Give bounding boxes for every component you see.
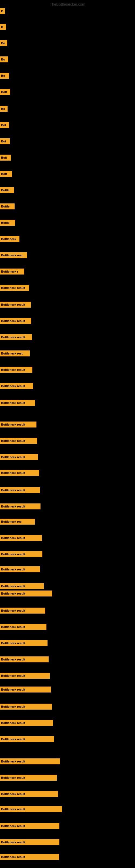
bar-label-42: Bottleneck result xyxy=(0,656,49,662)
bar-label-7: Bo xyxy=(0,106,8,112)
bar-item-20: Bottleneck result xyxy=(0,318,31,324)
bar-item-30: Bottleneck result xyxy=(0,470,39,476)
bar-label-44: Bottleneck result xyxy=(0,686,51,692)
bar-item-6: Bott xyxy=(0,89,10,95)
bar-item-18: Bottleneck result xyxy=(0,285,29,291)
bar-label-16: Bottleneck resu xyxy=(0,252,27,258)
bar-label-17: Bottleneck r xyxy=(0,269,24,275)
bar-label-53: Bottleneck result xyxy=(0,839,59,845)
bar-label-23: Bottleneck result xyxy=(0,367,32,373)
bar-label-6: Bott xyxy=(0,89,10,95)
bar-label-39: Bottleneck result xyxy=(0,608,45,614)
bar-item-13: Bottle xyxy=(0,204,14,209)
bar-label-33: Bottleneck res xyxy=(0,519,35,525)
bar-label-25: Bottleneck result xyxy=(0,400,35,406)
bar-item-53: Bottleneck result xyxy=(0,839,59,845)
bar-item-46: Bottleneck result xyxy=(0,720,53,726)
bar-label-31: Bottleneck result xyxy=(0,487,40,493)
bar-label-41: Bottleneck result xyxy=(0,640,48,646)
bar-item-12: Bottle xyxy=(0,187,14,193)
bar-item-24: Bottleneck result xyxy=(0,383,33,389)
bar-label-24: Bottleneck result xyxy=(0,383,33,389)
bar-item-45: Bottleneck result xyxy=(0,704,52,710)
bar-item-8: Bot xyxy=(0,122,9,128)
bar-label-52: Bottleneck result xyxy=(0,823,59,829)
bar-item-17: Bottleneck r xyxy=(0,269,24,275)
bar-item-49: Bottleneck result xyxy=(0,775,57,781)
bar-item-50: Bottleneck result xyxy=(0,791,58,797)
bar-label-29: Bottleneck result xyxy=(0,454,38,460)
bar-item-25: Bottleneck result xyxy=(0,400,35,406)
bar-item-29: Bottleneck result xyxy=(0,454,38,460)
bar-label-43: Bottleneck result xyxy=(0,673,50,679)
bar-label-54: Bottleneck result xyxy=(0,854,59,860)
bar-item-19: Bottleneck result xyxy=(0,302,31,308)
bar-label-2: B xyxy=(0,24,6,30)
bar-label-15: Bottleneck xyxy=(0,236,19,242)
bar-item-16: Bottleneck resu xyxy=(0,252,27,258)
bar-label-18: Bottleneck result xyxy=(0,285,29,291)
bar-item-47: Bottleneck result xyxy=(0,736,54,742)
bar-label-46: Bottleneck result xyxy=(0,720,53,726)
bar-label-20: Bottleneck result xyxy=(0,318,31,324)
bar-item-4: Bo xyxy=(0,56,8,62)
bar-item-7: Bo xyxy=(0,106,8,112)
bar-item-23: Bottleneck result xyxy=(0,367,32,373)
bar-label-19: Bottleneck result xyxy=(0,302,31,308)
bar-label-12: Bottle xyxy=(0,187,14,193)
bar-label-38: Bottleneck result xyxy=(0,590,52,596)
bar-label-21: Bottleneck result xyxy=(0,334,32,340)
bar-item-52: Bottleneck result xyxy=(0,823,59,829)
bar-item-10: Bott xyxy=(0,155,11,161)
bar-label-27: Bottleneck result xyxy=(0,422,37,428)
bar-label-47: Bottleneck result xyxy=(0,736,54,742)
bar-label-1: B xyxy=(0,8,5,14)
bar-label-48: Bottleneck result xyxy=(0,758,60,764)
bar-label-40: Bottleneck result xyxy=(0,624,46,630)
bar-item-37: Bottleneck result xyxy=(0,583,44,589)
bar-item-32: Bottleneck result xyxy=(0,503,41,509)
bar-item-43: Bottleneck result xyxy=(0,673,50,679)
bar-label-3: Bo xyxy=(0,40,7,46)
bar-label-14: Bottle xyxy=(0,220,15,226)
bar-item-42: Bottleneck result xyxy=(0,656,49,662)
bar-item-48: Bottleneck result xyxy=(0,758,60,764)
bar-item-36: Bottleneck result xyxy=(0,566,40,572)
bar-item-3: Bo xyxy=(0,40,7,46)
bar-item-41: Bottleneck result xyxy=(0,640,48,646)
bar-item-31: Bottleneck result xyxy=(0,487,40,493)
bar-item-21: Bottleneck result xyxy=(0,334,32,340)
bar-item-51: Bottleneck result xyxy=(0,806,62,812)
bar-label-49: Bottleneck result xyxy=(0,775,57,781)
bar-label-5: Bo xyxy=(0,73,9,79)
bar-item-5: Bo xyxy=(0,73,9,79)
bar-item-22: Bottleneck resu xyxy=(0,350,30,356)
bar-label-37: Bottleneck result xyxy=(0,583,44,589)
bar-item-39: Bottleneck result xyxy=(0,608,45,614)
bar-item-14: Bottle xyxy=(0,220,15,226)
bar-label-4: Bo xyxy=(0,56,8,62)
bar-label-45: Bottleneck result xyxy=(0,704,52,710)
bar-label-10: Bott xyxy=(0,155,11,161)
bar-label-13: Bottle xyxy=(0,204,14,209)
bar-label-36: Bottleneck result xyxy=(0,566,40,572)
bar-label-28: Bottleneck result xyxy=(0,438,37,444)
bar-label-51: Bottleneck result xyxy=(0,806,62,812)
bar-label-8: Bot xyxy=(0,122,9,128)
bar-item-1: B xyxy=(0,8,5,14)
bar-item-2: B xyxy=(0,24,6,30)
bar-item-15: Bottleneck xyxy=(0,236,19,242)
bar-item-35: Bottleneck result xyxy=(0,551,42,557)
bar-item-34: Bottleneck result xyxy=(0,535,42,541)
bar-item-44: Bottleneck result xyxy=(0,686,51,692)
bar-label-30: Bottleneck result xyxy=(0,470,39,476)
bar-label-50: Bottleneck result xyxy=(0,791,58,797)
bar-item-27: Bottleneck result xyxy=(0,422,37,428)
bar-item-11: Bott xyxy=(0,171,12,177)
bar-item-9: Bot xyxy=(0,138,10,144)
bar-label-32: Bottleneck result xyxy=(0,503,41,509)
bar-item-54: Bottleneck result xyxy=(0,854,59,860)
bar-item-33: Bottleneck res xyxy=(0,519,35,525)
bar-label-34: Bottleneck result xyxy=(0,535,42,541)
bar-label-11: Bott xyxy=(0,171,12,177)
